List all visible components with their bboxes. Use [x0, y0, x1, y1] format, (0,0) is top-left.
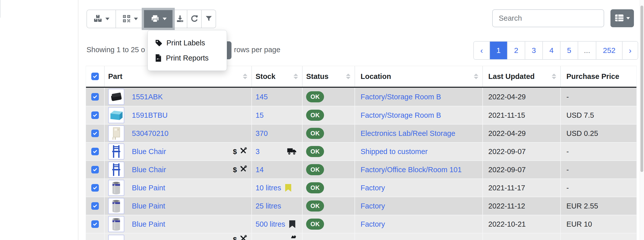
- sort-arrows-icon[interactable]: [294, 74, 298, 79]
- location-link[interactable]: Shipped to customer: [361, 147, 428, 156]
- location-link[interactable]: Factory: [361, 220, 385, 228]
- stock-cell: 3: [252, 143, 303, 160]
- status-badge: OK: [306, 182, 324, 193]
- last-updated-value: 2022-09-07: [488, 147, 526, 156]
- purchase-price-value: -: [566, 147, 569, 156]
- location-cell: Shipped to customer: [355, 143, 483, 160]
- stock-link[interactable]: 145: [255, 93, 268, 101]
- part-link[interactable]: Blue Chair: [132, 147, 166, 156]
- table-body: 1551ABK145OKFactory/Storage Room B2022-0…: [86, 88, 636, 240]
- table-row[interactable]: 1591BTBU15OKFactory/Storage Room B2021-1…: [86, 106, 636, 124]
- table-row[interactable]: 1551ABK145OKFactory/Storage Room B2022-0…: [86, 88, 636, 106]
- row-checkbox[interactable]: [91, 202, 99, 210]
- part-link[interactable]: 1591BTBU: [132, 111, 168, 119]
- stock-link[interactable]: 3: [255, 147, 259, 156]
- page-4-button[interactable]: 4: [542, 42, 560, 59]
- page-1-button[interactable]: 1: [489, 42, 507, 59]
- sort-arrows-icon[interactable]: [346, 74, 350, 79]
- page-2-button[interactable]: 2: [507, 42, 525, 59]
- row-checkbox[interactable]: [91, 166, 99, 173]
- part-link[interactable]: Blue Paint: [132, 220, 165, 228]
- sort-arrows-icon[interactable]: [474, 74, 478, 79]
- status-cell: OK: [303, 88, 355, 106]
- part-cell: Blue Paint: [105, 179, 252, 197]
- table-row[interactable]: Blue Paint10 litresOKFactory2021-11-17-: [86, 178, 636, 197]
- menu-item-label: Print Labels: [166, 39, 205, 47]
- scrollbar-thumb[interactable]: [640, 6, 643, 172]
- stock-link[interactable]: 500 litres: [255, 220, 285, 228]
- stock-link[interactable]: 25 litres: [255, 202, 281, 210]
- status-badge: OK: [306, 110, 324, 121]
- column-header-price[interactable]: Purchase Price: [561, 66, 636, 87]
- column-header-status[interactable]: Status: [303, 66, 355, 87]
- menu-item-print-labels[interactable]: Print Labels: [148, 35, 227, 50]
- table-row[interactable]: Blue Paint25 litresOKFactory2022-11-12EU…: [86, 197, 636, 215]
- part-link[interactable]: 530470210: [132, 129, 168, 138]
- print-actions-button[interactable]: [144, 10, 172, 28]
- location-link[interactable]: Factory/Storage Room B: [361, 111, 441, 119]
- part-link[interactable]: Blue Paint: [132, 202, 165, 210]
- row-checkbox[interactable]: [91, 111, 99, 119]
- select-all-checkbox[interactable]: [91, 73, 99, 80]
- stock-cell: 14: [252, 161, 303, 178]
- barcode-actions-button[interactable]: [115, 10, 144, 28]
- printer-icon: [151, 14, 160, 24]
- part-cell: Blue Chair$: [105, 143, 252, 160]
- row-checkbox[interactable]: [91, 148, 99, 155]
- location-link[interactable]: Factory/Office Block/Room 101: [361, 166, 462, 174]
- location-link[interactable]: Electronics Lab/Reel Storage: [361, 129, 455, 138]
- filter-button[interactable]: [201, 10, 216, 28]
- column-header-updated[interactable]: Last Updated: [483, 66, 561, 87]
- sort-arrows-icon[interactable]: [243, 74, 247, 79]
- part-link[interactable]: Blue Paint: [132, 184, 165, 192]
- row-checkbox[interactable]: [91, 220, 99, 228]
- stock-actions-button[interactable]: [87, 10, 115, 28]
- column-header-stock[interactable]: Stock: [252, 66, 303, 87]
- page-252-button[interactable]: 252: [596, 42, 622, 59]
- part-cell: Blue Chair$: [105, 161, 252, 178]
- search-input[interactable]: [492, 9, 604, 27]
- menu-item-print-reports[interactable]: Print Reports: [148, 50, 227, 66]
- page-5-button[interactable]: 5: [560, 42, 578, 59]
- part-cell: $: [105, 233, 252, 240]
- part-link[interactable]: 1551ABK: [132, 93, 163, 101]
- table-row[interactable]: Blue Paint500 litresOKFactory2022-10-21E…: [86, 215, 636, 233]
- part-link[interactable]: Blue Chair: [132, 166, 166, 174]
- stock-link[interactable]: 370: [255, 129, 268, 138]
- row-checkbox[interactable]: [91, 93, 99, 101]
- stock-cell: 25 litres: [252, 197, 303, 215]
- stock-link[interactable]: 10 litres: [255, 184, 281, 192]
- row-select-cell: [86, 179, 105, 197]
- location-link[interactable]: Factory: [361, 184, 385, 192]
- location-link[interactable]: Factory/Storage Room B: [361, 93, 441, 101]
- row-checkbox[interactable]: [91, 184, 99, 192]
- table-row[interactable]: Blue Chair$14OKFactory/Office Block/Room…: [86, 160, 636, 178]
- chevron-down-icon: [134, 18, 138, 20]
- page-3-button[interactable]: 3: [525, 42, 542, 59]
- part-flags: $: [233, 147, 248, 156]
- table-row[interactable]: 530470210370OKElectronics Lab/Reel Stora…: [86, 124, 636, 142]
- column-header-location[interactable]: Location: [355, 66, 483, 87]
- page-next-button[interactable]: ›: [622, 42, 638, 59]
- sort-arrows-icon[interactable]: [552, 74, 556, 79]
- stock-items-page: Showing 1 to 25 o rows per page Print La…: [0, 0, 644, 18]
- dollar-icon: $: [233, 147, 237, 156]
- last-updated-cell: 2021-11-15: [483, 106, 561, 124]
- column-select-button[interactable]: [610, 9, 634, 27]
- refresh-button[interactable]: [187, 10, 201, 28]
- part-thumbnail: [108, 143, 124, 160]
- last-updated-value: 2021-11-17: [488, 184, 525, 192]
- page-prev-button[interactable]: ‹: [474, 42, 489, 59]
- location-link[interactable]: Factory: [361, 202, 385, 210]
- row-checkbox[interactable]: [91, 130, 99, 137]
- boxes-stacked-icon: [93, 14, 102, 24]
- table-row[interactable]: $: [86, 233, 636, 240]
- status-cell: OK: [303, 179, 355, 197]
- export-download-button[interactable]: [172, 10, 187, 28]
- location-cell: Factory: [355, 197, 483, 215]
- table-row[interactable]: Blue Chair$3OKShipped to customer2022-09…: [86, 142, 636, 160]
- purchase-price-cell: -: [561, 161, 636, 178]
- stock-link[interactable]: 14: [255, 166, 264, 174]
- status-badge: OK: [306, 128, 324, 139]
- stock-link[interactable]: 15: [255, 111, 264, 119]
